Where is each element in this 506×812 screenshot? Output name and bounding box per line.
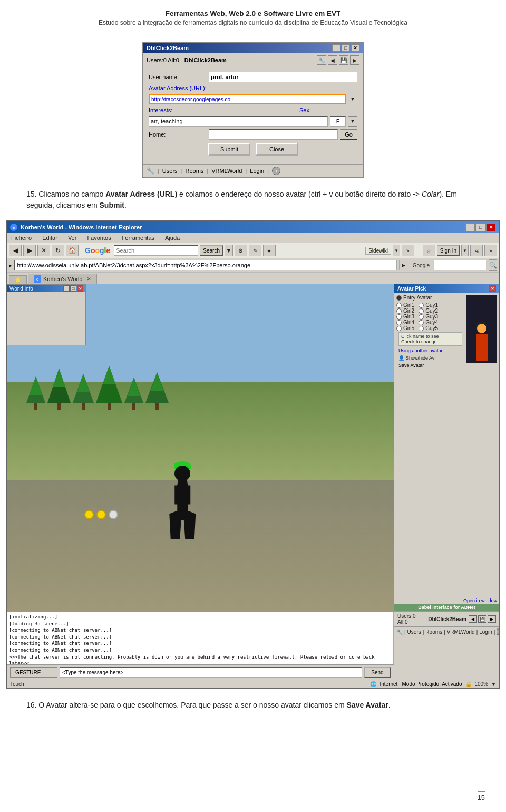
- back-icon[interactable]: ◀: [328, 55, 337, 65]
- girl5-item[interactable]: Girl5: [396, 325, 414, 331]
- guy3-item[interactable]: Guy3: [419, 314, 438, 320]
- ie-close-button[interactable]: ✕: [486, 223, 496, 231]
- send-button[interactable]: Send: [364, 667, 391, 678]
- sidewiki-button[interactable]: Sidewiki: [365, 247, 391, 255]
- sex-input[interactable]: [330, 116, 346, 127]
- address-input[interactable]: [14, 260, 397, 270]
- bnav-info-icon[interactable]: i: [497, 628, 499, 635]
- nav-login[interactable]: Login: [250, 168, 264, 174]
- nav-rooms[interactable]: Rooms: [185, 168, 203, 174]
- bnav-wrench: 🔧: [396, 629, 403, 635]
- menu-edit[interactable]: Editar: [40, 234, 60, 241]
- ie-back-button[interactable]: ◀: [9, 245, 22, 256]
- forward-icon[interactable]: ▶: [350, 55, 359, 65]
- world-info-close[interactable]: ✕: [77, 285, 83, 292]
- menu-view[interactable]: Ver: [66, 234, 79, 241]
- trunk-2: [57, 403, 61, 410]
- address-go-button[interactable]: ▶: [399, 260, 408, 270]
- menu-file[interactable]: Ficheiro: [9, 234, 34, 241]
- ie-fav-btn[interactable]: ☆: [423, 245, 435, 256]
- bnav-vrml[interactable]: VRMLWorld: [447, 629, 475, 635]
- menu-favorites[interactable]: Favoritos: [85, 234, 113, 241]
- submit-button[interactable]: Submit: [208, 143, 250, 156]
- ie-new-tab[interactable]: ⭐: [9, 275, 27, 284]
- google-search-button[interactable]: Search: [200, 245, 223, 256]
- bnav-login[interactable]: Login: [479, 629, 492, 635]
- url-dropdown[interactable]: ▼: [348, 94, 357, 104]
- wrench-icon[interactable]: 🔧: [317, 55, 326, 65]
- hud-coins: [84, 510, 118, 519]
- ie-tool2[interactable]: ✎: [249, 245, 261, 256]
- chat-line-2: [loading 3d scene...]: [9, 621, 392, 627]
- using-another-link[interactable]: Using another avatar: [396, 347, 464, 354]
- google-inline-search[interactable]: [434, 260, 486, 270]
- menu-help[interactable]: Ajuda: [163, 234, 182, 241]
- google-search-inline-btn[interactable]: 🔍: [489, 259, 497, 271]
- girl2-item[interactable]: Girl2: [396, 308, 414, 314]
- nav-sep1: |: [158, 168, 159, 174]
- close-button[interactable]: ✕: [351, 44, 359, 52]
- close-dialog-button[interactable]: Close: [256, 143, 298, 156]
- girl1-item[interactable]: Girl1: [396, 302, 414, 308]
- sign-in-dropdown[interactable]: ▼: [461, 245, 469, 256]
- menu-tools[interactable]: Ferramentas: [120, 234, 157, 241]
- maximize-button[interactable]: □: [342, 44, 350, 52]
- ie-tool3[interactable]: ★: [263, 245, 276, 256]
- save-avatar-button[interactable]: Save Avatar: [396, 362, 464, 369]
- br-fwd-icon[interactable]: ▶: [488, 615, 496, 623]
- bnav-users[interactable]: Users: [407, 629, 421, 635]
- avatar-pick-close[interactable]: ✕: [489, 285, 496, 292]
- ie-home-button[interactable]: 🏠: [66, 245, 79, 256]
- br-save-icon[interactable]: 💾: [478, 615, 486, 623]
- google-search-input[interactable]: [114, 245, 198, 256]
- sidewiki-dropdown[interactable]: ▼: [393, 245, 400, 256]
- br-back-icon[interactable]: ◀: [469, 615, 477, 623]
- guy4-item[interactable]: Guy4: [419, 320, 438, 325]
- home-input[interactable]: [209, 129, 338, 140]
- world-info-resize[interactable]: □: [70, 285, 76, 292]
- show-hide-button[interactable]: 👤 Show/hide Av: [396, 354, 464, 362]
- sex-dropdown[interactable]: ▼: [348, 116, 357, 127]
- search-options-button[interactable]: ▼: [225, 245, 233, 256]
- interests-part: Interests:: [149, 107, 297, 113]
- ie-tool1[interactable]: ⚙: [235, 245, 247, 256]
- go-button[interactable]: Go: [340, 129, 357, 140]
- ie-more2-btn[interactable]: »: [484, 245, 497, 256]
- avatar-url-input[interactable]: [149, 94, 346, 104]
- ie-forward-button[interactable]: ▶: [23, 245, 36, 256]
- ie-tab1[interactable]: e Korben's World ✕: [28, 274, 97, 284]
- ie-stop-button[interactable]: ✕: [37, 245, 50, 256]
- ie-refresh-button[interactable]: ↻: [52, 245, 64, 256]
- ie-more-btn[interactable]: »: [402, 245, 414, 256]
- coin-gold2: [96, 510, 106, 519]
- chat-message-input[interactable]: [60, 667, 362, 678]
- open-in-window-link[interactable]: Open in window: [394, 597, 499, 604]
- girl3-item[interactable]: Girl3: [396, 314, 414, 320]
- ie-minimize-button[interactable]: _: [465, 223, 475, 231]
- save-icon[interactable]: 💾: [339, 55, 348, 65]
- info-icon[interactable]: i: [272, 167, 280, 175]
- world-info-minimize[interactable]: _: [63, 285, 70, 292]
- minimize-button[interactable]: _: [332, 44, 340, 52]
- zoom-dropdown[interactable]: ▼: [491, 682, 496, 687]
- avatar-figure: [169, 476, 196, 539]
- guy4-radio: [419, 320, 424, 325]
- gesture-input[interactable]: [10, 667, 57, 678]
- guy1-item[interactable]: Guy1: [419, 302, 438, 308]
- guy2-item[interactable]: Guy2: [419, 308, 438, 314]
- avatar-entry-row[interactable]: Entry Avatar: [396, 295, 464, 301]
- username-input[interactable]: [209, 72, 357, 82]
- google-logo: Google: [85, 246, 110, 255]
- ie-maximize-button[interactable]: □: [476, 223, 485, 231]
- girl4-item[interactable]: Girl4: [396, 320, 414, 325]
- nav-vrml[interactable]: VRMLWorld: [211, 168, 242, 174]
- interests-input[interactable]: [149, 116, 328, 127]
- tab1-close[interactable]: ✕: [87, 276, 91, 282]
- ie-print-btn[interactable]: 🖨: [470, 245, 483, 256]
- bnav-sep1: |: [404, 629, 406, 635]
- preview-figure: [476, 334, 488, 361]
- bnav-rooms[interactable]: Rooms: [425, 629, 442, 635]
- sign-in-button[interactable]: Sign In: [437, 245, 460, 256]
- nav-users[interactable]: Users: [162, 168, 178, 174]
- guy5-item[interactable]: Guy5: [419, 325, 438, 331]
